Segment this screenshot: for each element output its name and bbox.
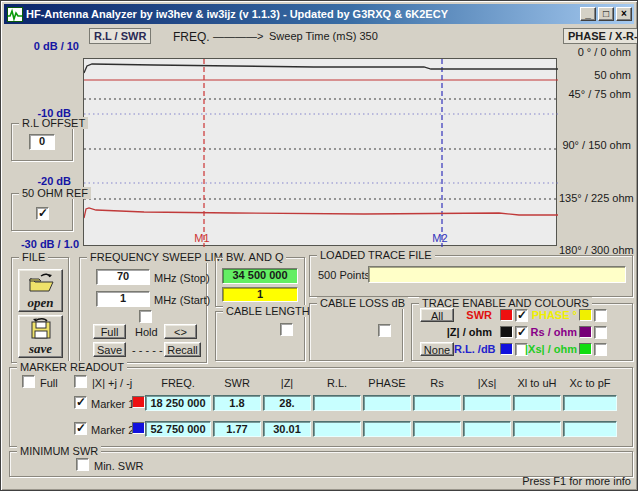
marker-2-cell-0: 52 750 000: [145, 421, 211, 437]
freq-arrow: ————>: [213, 30, 263, 42]
marker-2-cell-7: [513, 421, 561, 437]
marker-1-cell-8: [563, 395, 617, 411]
marker-2-cell-4: [363, 421, 411, 437]
marker-col-header-3: R.L.: [313, 377, 361, 389]
ohm-ref-checkbox[interactable]: [36, 207, 49, 220]
marker-2-cell-2: 30.01: [263, 421, 311, 437]
trace-label-z: |Z| / ohm: [442, 326, 492, 338]
cable-loss-group: CABLE LOSS dB: [309, 303, 403, 361]
title-bar[interactable]: HF-Antenna Analyzer by iw3hev & iw3ijz (…: [4, 4, 634, 24]
open-file-button[interactable]: open: [18, 269, 63, 312]
marker-1-swatch: [132, 396, 145, 408]
minimum-swr-group: MINIMUM SWR Min. SWR: [9, 451, 633, 477]
marker-1-checkbox[interactable]: [74, 396, 87, 409]
none-traces-button[interactable]: None: [420, 342, 454, 356]
marker-readout-title: MARKER READOUT: [17, 361, 127, 373]
stop-freq-input[interactable]: 70: [96, 269, 150, 285]
marker-1-cell-3: [313, 395, 361, 411]
trace-swatch-swr: [500, 309, 513, 321]
freq-axis-label: FREQ.: [173, 30, 210, 44]
min-swr-checkbox[interactable]: [76, 458, 89, 471]
marker-readout-group: MARKER READOUT Full |X| +j / -j FREQ.SWR…: [9, 367, 633, 447]
trace-checkbox-xs[interactable]: [594, 343, 607, 356]
marker-2-cell-1: 1.77: [213, 421, 261, 437]
marker-col-header-2: |Z|: [263, 377, 311, 389]
axis-right-225ohm: 135° / 225 ohm: [559, 192, 631, 204]
trace-swatch-rs: [579, 326, 592, 338]
minimize-icon[interactable]: _: [580, 7, 596, 21]
marker-2-cell-5: [413, 421, 461, 437]
marker-2-cell-6: [463, 421, 511, 437]
axis-left-0db: 0 dB / 10: [21, 40, 79, 52]
cable-loss-checkbox[interactable]: [378, 324, 391, 337]
hold-checkbox[interactable]: [139, 310, 152, 323]
chart-canvas: M1M2: [84, 59, 558, 247]
points-count-label: 500 Points: [318, 269, 370, 281]
ohm-ref-group: 50 OHM REF: [11, 193, 73, 231]
rl-offset-input[interactable]: 0: [29, 134, 55, 150]
marker-col-header-1: SWR: [213, 377, 261, 389]
marker-col-header-7: Xl to uH: [513, 377, 561, 389]
save-button-label: save: [19, 342, 62, 355]
cable-loss-title: CABLE LOSS dB: [317, 297, 408, 309]
marker-1-label: Marker 1: [91, 398, 134, 410]
phase-scale-label: PHASE / X-R-Z: [563, 28, 638, 44]
save-file-button[interactable]: save: [18, 315, 63, 358]
axis-right-75ohm: 45° / 75 ohm: [559, 88, 631, 100]
full-sweep-button[interactable]: Full: [93, 324, 126, 339]
marker-2-cell-8: [563, 421, 617, 437]
marker-xj-checkbox[interactable]: [74, 375, 87, 388]
marker-1-line-label: M1: [194, 232, 209, 244]
marker-2-swatch: [132, 422, 145, 434]
marker-1-cell-7: [513, 395, 561, 411]
marker-full-label: Full: [40, 377, 58, 389]
marker-1-cell-4: [363, 395, 411, 411]
save-sweep-button[interactable]: Save: [93, 342, 126, 357]
loaded-trace-group: LOADED TRACE FILE 500 Points: [309, 255, 633, 297]
axis-left-20db: -20 dB: [21, 175, 71, 187]
marker-col-header-4: PHASE: [363, 377, 411, 389]
sweep-time-label: Sweep Time (mS) 350: [269, 30, 378, 42]
start-freq-input[interactable]: 1: [96, 291, 150, 307]
trace-label-phase: PHASE °: [524, 309, 577, 321]
marker-col-header-0: FREQ.: [145, 377, 211, 389]
trace-label-swr: SWR: [454, 309, 492, 321]
sweep-chart[interactable]: M1M2: [83, 58, 557, 246]
trace-checkbox-rs[interactable]: [594, 326, 607, 339]
z-ohm-trace: [84, 64, 558, 73]
span-button[interactable]: <>: [164, 324, 197, 339]
marker-1-cell-2: 28.: [263, 395, 311, 411]
marker-2-checkbox[interactable]: [74, 422, 87, 435]
stop-freq-unit: MHz (Stop): [154, 272, 210, 284]
cable-length-checkbox[interactable]: [280, 323, 293, 336]
bw-q-title: BW. AND Q: [223, 251, 286, 263]
trace-file-field[interactable]: [368, 266, 626, 283]
sweep-dashes: - - - - -: [132, 344, 163, 356]
file-group-title: FILE: [19, 251, 48, 263]
window-title: HF-Antenna Analyzer by iw3hev & iw3ijz (…: [26, 8, 576, 20]
marker-xj-label: |X| +j / -j: [92, 377, 132, 389]
marker-col-header-5: Rs: [413, 377, 461, 389]
ohm-ref-title: 50 OHM REF: [19, 187, 91, 199]
trace-label-xs: |Xs| / ohm: [524, 343, 577, 355]
open-button-label: open: [19, 296, 62, 309]
swr-trace: [84, 208, 558, 218]
maximize-icon[interactable]: □: [598, 7, 614, 21]
app-window: HF-Antenna Analyzer by iw3hev & iw3ijz (…: [0, 0, 638, 491]
trace-swatch-z: [500, 326, 513, 338]
marker-2-label: Marker 2: [91, 424, 134, 436]
min-swr-label: Min. SWR: [94, 460, 144, 472]
marker-full-checkbox[interactable]: [22, 375, 35, 388]
marker-col-header-6: |Xs|: [463, 377, 511, 389]
trace-label-rs: Rs / ohm: [524, 326, 577, 338]
app-icon: [7, 7, 23, 22]
recall-sweep-button[interactable]: Recall: [164, 342, 201, 357]
all-traces-button[interactable]: All: [420, 308, 454, 322]
close-icon[interactable]: ×: [616, 7, 632, 21]
save-floppy-icon: [27, 318, 55, 340]
loaded-trace-title: LOADED TRACE FILE: [317, 249, 435, 261]
trace-checkbox-phase[interactable]: [594, 309, 607, 322]
axis-right-150ohm: 90° / 150 ohm: [559, 139, 631, 151]
bw-q-group: BW. AND Q 34 500 000 1: [215, 257, 305, 307]
trace-enable-group: TRACE ENABLE AND COLOURS All None SWR PH…: [411, 303, 633, 361]
